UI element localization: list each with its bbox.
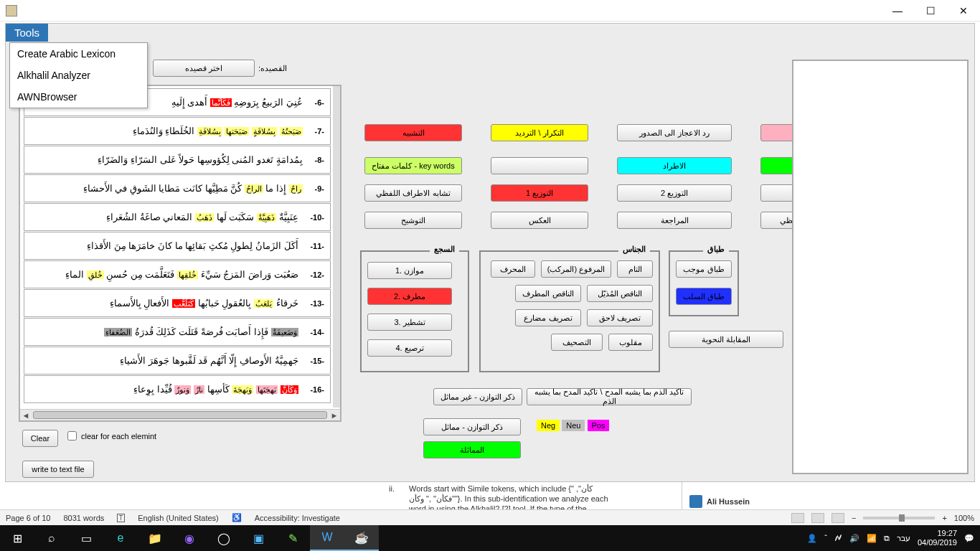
btn-tashbih[interactable]: التشبيه — [364, 124, 462, 141]
tray-people-icon[interactable]: 👤 — [807, 534, 817, 543]
output-panel — [792, 60, 969, 474]
view-focus[interactable] — [791, 513, 804, 523]
taskbar-word[interactable]: W — [310, 525, 344, 551]
scrollbar-horizontal[interactable]: ◄ ► — [20, 409, 340, 420]
btn-mutraf[interactable]: 2. مطرف — [367, 288, 452, 305]
choose-poem-label: القصيده: — [258, 64, 287, 73]
start-button[interactable]: ⊞ — [0, 525, 34, 551]
btn-tawazun-ghayr[interactable]: ذكر التوازن - غير مماثل — [433, 388, 522, 405]
taskbar-chrome[interactable]: ◯ — [207, 525, 241, 551]
poem-line[interactable]: -9- راحٌ إِذا ما الراحُ كُنَّ مَطِيَّها … — [24, 174, 331, 202]
tray-up-icon[interactable]: ˆ — [824, 534, 827, 542]
btn-tawshih[interactable]: التوشيح — [364, 212, 462, 229]
taskbar-java[interactable]: ☕ — [344, 525, 379, 551]
btn-muharraf[interactable]: المحرف — [491, 260, 535, 278]
btn-tamm[interactable]: التام — [617, 260, 653, 278]
tag-pos: Pos — [588, 420, 610, 431]
status-page: Page 6 of 10 — [6, 514, 50, 522]
group-sajaa-label: السجع — [430, 245, 459, 254]
write-file-button[interactable]: write to text file — [22, 461, 94, 478]
btn-tasrif-lahiq[interactable]: تصريف لاحق — [587, 309, 653, 326]
keywords-select[interactable] — [491, 157, 588, 174]
scrollbar-vertical[interactable] — [333, 86, 340, 408]
avatar — [689, 495, 702, 508]
menu-awnbrowser[interactable]: AWNBrowser — [10, 86, 147, 108]
menu-alkhalil[interactable]: Alkhalil Analyzer — [10, 65, 147, 86]
tray-dropbox-icon[interactable]: ⧉ — [884, 534, 890, 543]
clear-button[interactable]: Clear — [22, 430, 58, 447]
poem-line[interactable]: -16- وَكَأَنَّ بَهجَتَها وَبَهجَةَ كَأسِ… — [24, 375, 331, 403]
btn-maqloub[interactable]: مقلوب — [608, 334, 653, 351]
poem-line[interactable]: -12- صَعُبَت وَراضَ المَزجُ سَيِّءَ خُلق… — [24, 260, 331, 288]
poem-line[interactable]: -7- صَبَحتُهُ بِسُلافَةٍ صَبَحَتها بِسُل… — [24, 117, 331, 145]
tray-volume-icon[interactable]: 🔊 — [849, 534, 859, 543]
clear-each-checkbox[interactable]: clear for each elemint — [67, 431, 156, 441]
clear-each-checkbox-input[interactable] — [67, 431, 77, 441]
tag-neu: Neu — [562, 420, 585, 431]
btn-rad-ijaz[interactable]: رد الاعجاز الى الصدور — [617, 124, 732, 141]
view-print[interactable] — [811, 513, 824, 523]
tray-battery-icon[interactable]: 🗲 — [834, 534, 842, 542]
btn-tashaboh[interactable]: تشابه الاطراف اللفظي — [364, 184, 462, 202]
view-web[interactable] — [831, 513, 844, 523]
scroll-left-icon[interactable]: ◄ — [20, 410, 32, 421]
status-lang-icon: 🅃 — [117, 514, 125, 522]
zoom-out-icon[interactable]: − — [852, 514, 856, 522]
tray-clock[interactable]: 19:27 04/09/2019 — [918, 529, 957, 547]
btn-tasrif-mudari[interactable]: تصريف مضارع — [515, 309, 581, 326]
taskbar-3d[interactable]: ▣ — [241, 525, 275, 551]
btn-ittirad[interactable]: الاطراد — [617, 157, 732, 174]
taskbar-notepad[interactable]: ✎ — [275, 525, 310, 551]
btn-naqis-mutraf[interactable]: الناقص المطرف — [515, 285, 581, 302]
btn-murajaa[interactable]: المراجعة — [617, 212, 732, 229]
taskbar-edge[interactable]: e — [103, 525, 138, 551]
btn-muqabala[interactable]: المقابلة النحوية — [669, 331, 783, 348]
zoom-in-icon[interactable]: + — [942, 514, 946, 522]
taskbar-explorer[interactable]: 📁 — [138, 525, 172, 551]
group-tibaq-label: طباق — [703, 245, 729, 254]
task-view-button[interactable]: ▭ — [69, 525, 103, 551]
scroll-right-icon[interactable]: ► — [329, 410, 340, 421]
btn-tawazun-mumathil[interactable]: ذكر التوازن - مماثل — [423, 418, 521, 435]
btn-aks[interactable]: العكس — [491, 212, 588, 229]
btn-tarsi[interactable]: 4. ترصيع — [367, 339, 452, 357]
btn-takrar[interactable]: التكرار \ الترديد — [491, 124, 588, 141]
tray-lang[interactable]: עבר — [897, 534, 910, 543]
status-acc-icon: ♿ — [232, 513, 242, 522]
btn-keywords[interactable]: كلمات مفتاح - key words — [364, 157, 462, 174]
word-doc-fragment: ii. Words start with Simile tokens, whic… — [93, 482, 882, 509]
btn-naqis-mudhayal[interactable]: الناقص المُذيّل — [587, 285, 653, 302]
window-maximize[interactable]: ☐ — [914, 0, 947, 22]
poem-line[interactable]: -14- وَضَعيفَةٌ فَإِذا أَصابَت فُرصَةً ق… — [24, 318, 331, 346]
btn-mumathala[interactable]: المماثلة — [423, 441, 521, 458]
window-minimize[interactable]: — — [881, 0, 914, 22]
search-button[interactable]: ⌕ — [34, 525, 69, 551]
java-icon — [6, 5, 17, 17]
taskbar-eclipse[interactable]: ◉ — [172, 525, 207, 551]
poem-line[interactable]: -8- بِمُدامَةٍ تَغدو المُنى لِكُؤوسِها ح… — [24, 146, 331, 174]
poem-line[interactable]: -15- جَهمِيَّةُ الأَوصافِ إِلّا أَنَّهُم… — [24, 347, 331, 375]
scroll-thumb[interactable] — [33, 411, 327, 419]
btn-marfuu[interactable]: المرفوع (المركب) — [541, 260, 611, 278]
btn-takid-dhamm[interactable]: تاكيد الذم بما يشبه المدح \ تاكيد المدح … — [527, 388, 692, 405]
clear-each-label: clear for each elemint — [81, 432, 156, 441]
poem-line[interactable]: -13- خَرقاءُ يَلعَبُ بِالعُقولِ حَبابُها… — [24, 289, 331, 317]
window-close[interactable]: ✕ — [947, 0, 980, 22]
zoom-slider[interactable] — [863, 517, 935, 519]
menu-tools[interactable]: Tools — [6, 24, 48, 42]
zoom-value: 100% — [954, 514, 974, 522]
btn-tibaq-mujab[interactable]: طباق موجب — [676, 260, 732, 278]
poem-line[interactable]: -11- أَكَلَ الزَمانُ لِطولِ مُكثِ بَقائِ… — [24, 232, 331, 260]
choose-poem-button[interactable]: اختر قصيده — [153, 60, 255, 77]
tray-notifications-icon[interactable]: 💬 — [964, 534, 974, 543]
btn-tawzi2[interactable]: التوزيع 2 — [617, 184, 732, 202]
btn-tashteer[interactable]: 3. تشطير — [367, 314, 452, 331]
tray-wifi-icon[interactable]: 📶 — [867, 534, 877, 543]
btn-tashif[interactable]: التصحيف — [551, 334, 603, 351]
menu-create-lexicon[interactable]: Create Arabic Lexicon — [10, 43, 147, 65]
status-lang: English (United States) — [138, 514, 219, 522]
poem-line[interactable]: -10- عِنَبِيَّةٌ ذَهَبِيَّةٌ سَكَبَت لَه… — [24, 203, 331, 231]
btn-tibaq-salb[interactable]: طباق السلب — [676, 288, 732, 305]
btn-tawzi1[interactable]: التوزيع 1 — [491, 184, 588, 202]
btn-muwazin[interactable]: 1. موازن — [367, 262, 452, 279]
